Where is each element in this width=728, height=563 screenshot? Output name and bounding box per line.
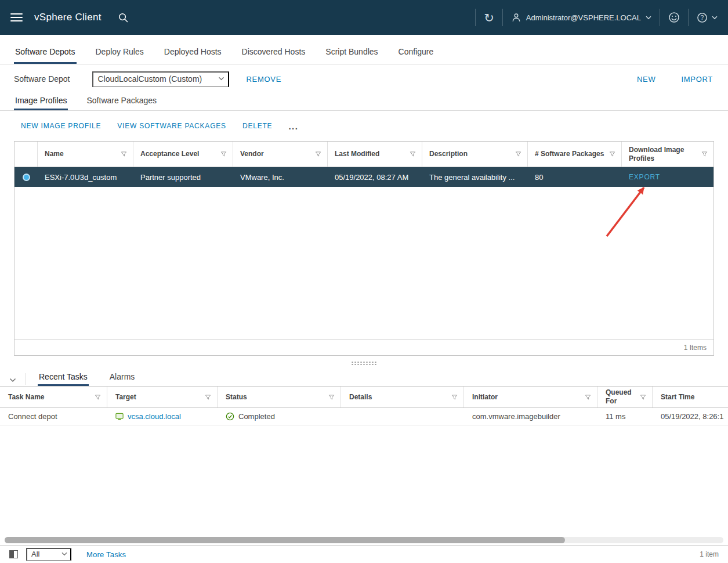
software-depot-select[interactable]: CloudLocalCustom (Custom) xyxy=(92,71,229,87)
column-header-queued-for[interactable]: Queued For xyxy=(597,387,653,407)
delete-button[interactable]: DELETE xyxy=(242,122,272,130)
chevron-down-icon xyxy=(712,16,718,20)
tab-alarms[interactable]: Alarms xyxy=(108,372,136,386)
export-link[interactable]: EXPORT xyxy=(629,173,660,181)
refresh-icon[interactable]: ↻ xyxy=(484,12,494,24)
column-label: Download Image Profiles xyxy=(629,146,698,163)
filter-icon[interactable] xyxy=(220,151,227,157)
user-name: Administrator@VSPHERE.LOCAL xyxy=(526,13,641,22)
column-label: Vendor xyxy=(240,150,264,158)
cell-name: ESXi-7.0U3d_custom xyxy=(38,167,133,187)
column-label: Task Name xyxy=(8,393,44,402)
tab-image-profiles[interactable]: Image Profiles xyxy=(14,96,68,110)
tab-script-bundles[interactable]: Script Bundles xyxy=(324,47,379,64)
cell-vendor: VMware, Inc. xyxy=(233,167,328,187)
column-header-vendor[interactable]: Vendor xyxy=(233,142,328,167)
row-radio-selected[interactable] xyxy=(23,174,30,181)
column-label: # Software Packages xyxy=(535,150,604,158)
new-image-profile-button[interactable]: NEW IMAGE PROFILE xyxy=(21,122,101,130)
filter-icon[interactable] xyxy=(121,151,127,157)
column-header-description[interactable]: Description xyxy=(422,142,528,167)
panel-splitter[interactable] xyxy=(0,356,728,370)
grid-footer: 1 Items xyxy=(15,340,713,355)
filter-icon[interactable] xyxy=(315,151,321,157)
column-header-acceptance-level[interactable]: Acceptance Level xyxy=(133,142,233,167)
tab-deployed-hosts[interactable]: Deployed Hosts xyxy=(163,47,223,64)
image-profile-row-selected[interactable]: ESXi-7.0U3d_custom Partner supported VMw… xyxy=(15,167,713,187)
column-label: Start Time xyxy=(661,393,694,402)
filter-icon[interactable] xyxy=(515,151,521,157)
column-header-task-name[interactable]: Task Name xyxy=(0,387,107,407)
header-divider xyxy=(502,9,503,26)
remove-depot-button[interactable]: REMOVE xyxy=(247,75,282,84)
cell-description: The general availability ... xyxy=(422,167,528,187)
cell-start-time: 05/19/2022, 8:26:1 xyxy=(653,408,728,425)
tab-configure[interactable]: Configure xyxy=(397,47,435,64)
row-selection-cell xyxy=(15,167,38,187)
header-right-group: ↻ Administrator@VSPHERE.LOCAL ? xyxy=(467,9,718,26)
more-actions-button[interactable]: ... xyxy=(288,121,298,131)
tasks-filter-select[interactable]: All xyxy=(26,548,71,561)
selection-column-header xyxy=(15,142,38,167)
header-divider xyxy=(660,9,660,26)
column-label: Details xyxy=(349,393,372,402)
grid-item-count: 1 Items xyxy=(684,344,707,352)
cell-target: vcsa.cloud.local xyxy=(107,408,218,425)
tab-discovered-hosts[interactable]: Discovered Hosts xyxy=(241,47,307,64)
filter-icon[interactable] xyxy=(640,394,646,400)
user-menu[interactable]: Administrator@VSPHERE.LOCAL xyxy=(511,12,651,23)
column-header-start-time[interactable]: Start Time xyxy=(653,387,728,407)
filter-icon[interactable] xyxy=(609,151,615,157)
depot-actions-right: NEW IMPORT xyxy=(637,75,714,84)
hamburger-menu-icon[interactable] xyxy=(10,13,23,21)
collapse-panel-icon[interactable] xyxy=(9,378,16,382)
column-header-target[interactable]: Target xyxy=(107,387,218,407)
cell-acceptance-level: Partner supported xyxy=(133,167,233,187)
target-link[interactable]: vcsa.cloud.local xyxy=(128,412,181,421)
status-completed-icon xyxy=(226,412,234,421)
filter-icon[interactable] xyxy=(585,394,591,400)
new-depot-button[interactable]: NEW xyxy=(637,75,655,84)
column-header-download-image-profiles[interactable]: Download Image Profiles xyxy=(622,142,713,167)
column-label: Last Modified xyxy=(335,150,379,158)
column-header-details[interactable]: Details xyxy=(341,387,464,407)
filter-icon[interactable] xyxy=(95,394,101,400)
view-software-packages-button[interactable]: VIEW SOFTWARE PACKAGES xyxy=(117,122,226,130)
depot-sub-tab-bar: Image Profiles Software Packages xyxy=(0,93,728,111)
vsphere-client-window: vSphere Client ↻ Administrator@VSPHERE.L… xyxy=(0,0,728,563)
user-icon xyxy=(511,12,521,23)
tab-deploy-rules[interactable]: Deploy Rules xyxy=(95,47,145,64)
import-depot-button[interactable]: IMPORT xyxy=(681,75,713,84)
tab-recent-tasks[interactable]: Recent Tasks xyxy=(38,372,89,386)
column-header-last-modified[interactable]: Last Modified xyxy=(328,142,422,167)
column-header-initiator[interactable]: Initiator xyxy=(464,387,597,407)
filter-icon[interactable] xyxy=(410,151,416,157)
horizontal-scrollbar[interactable] xyxy=(5,537,723,543)
primary-tab-bar: Software Depots Deploy Rules Deployed Ho… xyxy=(0,35,728,64)
image-profiles-toolbar: NEW IMAGE PROFILE VIEW SOFTWARE PACKAGES… xyxy=(0,111,728,141)
tab-software-depots[interactable]: Software Depots xyxy=(14,47,77,64)
filter-icon[interactable] xyxy=(701,151,708,157)
tasks-filter-value: All xyxy=(31,550,39,558)
column-header-software-packages[interactable]: # Software Packages xyxy=(528,142,622,167)
cell-software-packages: 80 xyxy=(528,167,622,187)
tab-software-packages[interactable]: Software Packages xyxy=(85,96,158,110)
splitter-grip-icon xyxy=(351,361,378,366)
image-profiles-grid: Name Acceptance Level Vendor Last Modifi… xyxy=(14,141,714,356)
more-tasks-link[interactable]: More Tasks xyxy=(86,550,126,559)
column-header-name[interactable]: Name xyxy=(38,142,133,167)
filter-icon[interactable] xyxy=(451,394,458,400)
panel-toggle-icon[interactable] xyxy=(9,550,18,558)
filter-icon[interactable] xyxy=(328,394,335,400)
tasks-footer-bar: All More Tasks 1 item xyxy=(0,545,728,563)
chevron-down-icon xyxy=(646,16,651,20)
column-header-status[interactable]: Status xyxy=(218,387,341,407)
search-icon[interactable] xyxy=(118,12,129,23)
feedback-smiley-icon[interactable] xyxy=(668,12,680,23)
scrollbar-thumb[interactable] xyxy=(5,537,565,543)
header-divider xyxy=(475,9,476,26)
help-menu[interactable]: ? xyxy=(697,12,718,23)
column-label: Initiator xyxy=(472,393,498,402)
filter-icon[interactable] xyxy=(205,394,211,400)
grid-header-row: Name Acceptance Level Vendor Last Modifi… xyxy=(15,142,713,167)
